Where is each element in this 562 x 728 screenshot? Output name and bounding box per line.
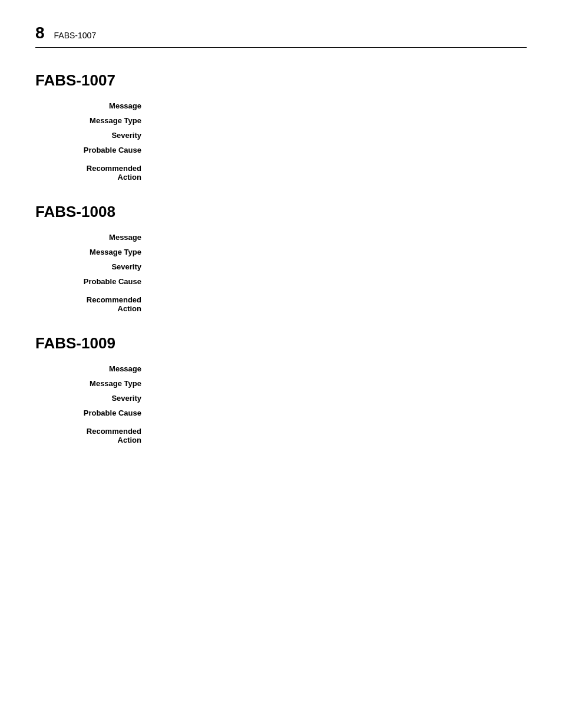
field-row-fabs-1008-0: Message xyxy=(35,233,527,242)
field-row-fabs-1009-2: Severity xyxy=(35,394,527,403)
field-row-fabs-1008-4: RecommendedAction xyxy=(35,295,527,313)
field-label-fabs-1008-2: Severity xyxy=(71,262,153,271)
field-value-fabs-1009-1 xyxy=(153,379,527,388)
section-fabs-1009: FABS-1009MessageMessage TypeSeverityProb… xyxy=(35,334,527,444)
page-subtitle: FABS-1007 xyxy=(54,31,97,40)
field-row-fabs-1009-3: Probable Cause xyxy=(35,409,527,417)
field-row-fabs-1007-0: Message xyxy=(35,101,527,110)
field-value-fabs-1008-2 xyxy=(153,262,527,271)
field-row-fabs-1009-1: Message Type xyxy=(35,379,527,388)
field-value-fabs-1009-2 xyxy=(153,394,527,403)
field-row-fabs-1008-2: Severity xyxy=(35,262,527,271)
field-label-fabs-1009-3: Probable Cause xyxy=(71,409,153,417)
field-value-fabs-1009-3 xyxy=(153,409,527,417)
field-value-fabs-1007-2 xyxy=(153,131,527,140)
field-value-fabs-1007-0 xyxy=(153,101,527,110)
field-value-fabs-1009-4 xyxy=(153,427,527,444)
section-title-fabs-1007: FABS-1007 xyxy=(35,71,527,90)
section-title-fabs-1008: FABS-1008 xyxy=(35,203,527,221)
field-label-fabs-1007-4: RecommendedAction xyxy=(71,164,153,182)
field-value-fabs-1008-4 xyxy=(153,295,527,313)
field-row-fabs-1009-0: Message xyxy=(35,364,527,373)
field-label-fabs-1009-4: RecommendedAction xyxy=(71,427,153,444)
field-row-fabs-1008-1: Message Type xyxy=(35,248,527,256)
field-label-fabs-1008-1: Message Type xyxy=(71,248,153,256)
field-value-fabs-1007-4 xyxy=(153,164,527,182)
field-label-fabs-1007-1: Message Type xyxy=(71,116,153,125)
field-label-fabs-1009-1: Message Type xyxy=(71,379,153,388)
section-fabs-1008: FABS-1008MessageMessage TypeSeverityProb… xyxy=(35,203,527,313)
field-value-fabs-1009-0 xyxy=(153,364,527,373)
field-label-fabs-1007-2: Severity xyxy=(71,131,153,140)
field-value-fabs-1008-0 xyxy=(153,233,527,242)
field-label-fabs-1008-4: RecommendedAction xyxy=(71,295,153,313)
section-title-fabs-1009: FABS-1009 xyxy=(35,334,527,353)
field-label-fabs-1009-2: Severity xyxy=(71,394,153,403)
field-label-fabs-1008-0: Message xyxy=(71,233,153,242)
page-header: 8 FABS-1007 xyxy=(35,24,527,48)
field-label-fabs-1007-3: Probable Cause xyxy=(71,146,153,154)
field-value-fabs-1008-1 xyxy=(153,248,527,256)
field-value-fabs-1008-3 xyxy=(153,277,527,286)
field-row-fabs-1009-4: RecommendedAction xyxy=(35,427,527,444)
field-row-fabs-1007-1: Message Type xyxy=(35,116,527,125)
field-label-fabs-1009-0: Message xyxy=(71,364,153,373)
field-value-fabs-1007-1 xyxy=(153,116,527,125)
field-value-fabs-1007-3 xyxy=(153,146,527,154)
field-label-fabs-1007-0: Message xyxy=(71,101,153,110)
field-row-fabs-1008-3: Probable Cause xyxy=(35,277,527,286)
field-row-fabs-1007-4: RecommendedAction xyxy=(35,164,527,182)
field-row-fabs-1007-2: Severity xyxy=(35,131,527,140)
section-fabs-1007: FABS-1007MessageMessage TypeSeverityProb… xyxy=(35,71,527,182)
field-row-fabs-1007-3: Probable Cause xyxy=(35,146,527,154)
page-number: 8 xyxy=(35,24,45,42)
field-label-fabs-1008-3: Probable Cause xyxy=(71,277,153,286)
